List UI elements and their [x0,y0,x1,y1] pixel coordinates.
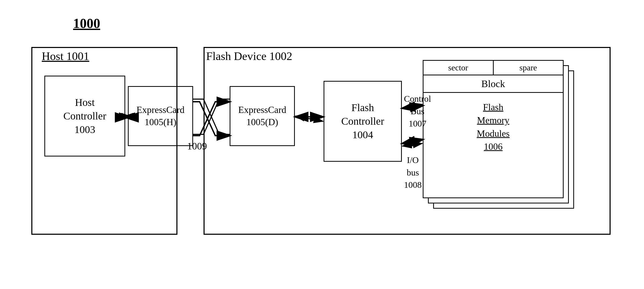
diagram-container: 1000 Host 1001 HostController1003 Expres… [16,16,626,271]
host-controller-box: HostController1003 [44,76,125,156]
flash-device-label: Flash Device 1002 [206,50,292,63]
flash-memory-stack: sector spare Block FlashMemoryModules100… [423,60,585,219]
express-card-h-label: ExpressCard1005(H) [136,104,184,128]
spare-cell: spare [494,61,563,75]
flash-controller-box: FlashController1004 [324,81,402,162]
connector-label: 1009 [187,140,207,152]
express-card-d-box: ExpressCard1005(D) [230,86,295,146]
host-controller-label: HostController1003 [63,96,106,136]
sector-cell: sector [424,61,494,75]
stack-layer-1: sector spare Block FlashMemoryModules100… [423,60,564,198]
express-card-d-label: ExpressCard1005(D) [238,104,286,128]
main-diagram-label: 1000 [73,16,100,31]
express-card-h-box: ExpressCard1005(H) [128,86,193,146]
io-bus-label: I/Obus1008 [404,154,422,191]
flash-controller-label: FlashController1004 [341,101,384,142]
sector-spare-header: sector spare [424,61,563,75]
block-label: Block [424,75,563,93]
control-bus-label: ControlBus1007 [404,93,431,130]
host-label: Host 1001 [42,50,89,63]
flash-memory-modules-label: FlashMemoryModules1006 [424,93,563,153]
